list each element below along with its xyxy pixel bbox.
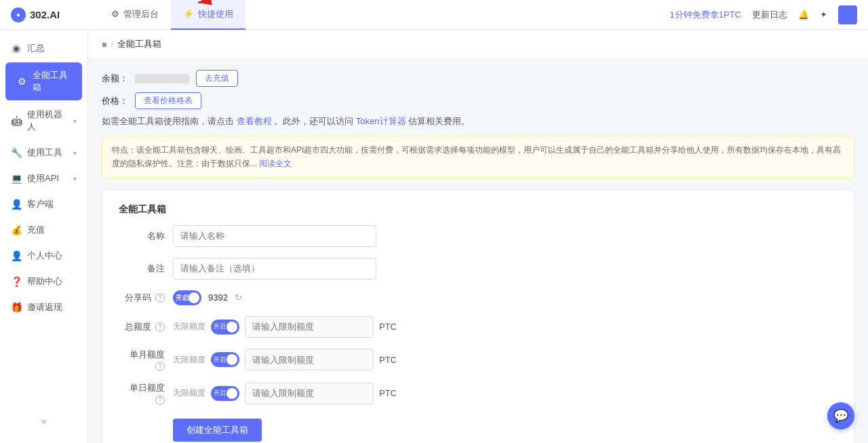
monthly-quota-toggle[interactable]: 开启 bbox=[211, 352, 239, 367]
share-refresh-icon[interactable]: ↻ bbox=[235, 292, 242, 303]
tab-manage[interactable]: ⚙ 管理后台 bbox=[99, 0, 171, 30]
sidebar-item-summary[interactable]: ◉ 汇总 bbox=[0, 35, 87, 61]
nav-right: 1分钟免费拿1PTC 更新日志 🔔 ✦ bbox=[670, 5, 857, 24]
sidebar-item-use-tool[interactable]: 🔧 使用工具 ▾ bbox=[0, 140, 87, 166]
chat-bubble[interactable]: 💬 bbox=[827, 402, 854, 429]
page-content: 余额： 去充值 价格： 查看价格格表 如需全能工具箱使用指南，请点击 查看教程 … bbox=[88, 59, 868, 443]
logo-text: 302.AI bbox=[30, 9, 60, 20]
read-more-link[interactable]: 阅读全文 bbox=[259, 159, 292, 168]
daily-quota-help-icon[interactable]: ? bbox=[155, 396, 165, 405]
sidebar-item-toolbox[interactable]: ⚙ 全能工具箱 bbox=[5, 62, 82, 100]
recharge-icon: 💰 bbox=[11, 225, 22, 235]
notice-box: 特点：该全能工具箱包含聊天、绘画、工具超市和API超市四大功能，按需付费，可根据… bbox=[102, 136, 854, 178]
balance-row: 余额： 去充值 bbox=[102, 70, 854, 87]
breadcrumb-sep: / bbox=[111, 39, 114, 50]
nav-tabs: ⚙ 管理后台 ⚡ 快捷使用 bbox=[99, 0, 245, 30]
daily-quota-unit: PTC bbox=[379, 388, 397, 398]
monthly-quota-row: 单月额度 ? 无限额度 开启 PTC bbox=[119, 349, 837, 372]
price-label: 价格： bbox=[102, 95, 128, 107]
total-quota-controls: 无限额度 开启 PTC bbox=[173, 316, 397, 338]
share-controls: 开启 9392 ↻ bbox=[173, 290, 242, 305]
token-calc-link[interactable]: Token计算器 bbox=[356, 116, 406, 126]
share-toggle-label: 开启 bbox=[176, 293, 188, 302]
invite-icon: 🎁 bbox=[11, 302, 22, 313]
price-row: 价格： 查看价格格表 bbox=[102, 92, 854, 109]
summary-icon: ◉ bbox=[11, 43, 22, 54]
name-label: 名称 bbox=[119, 230, 173, 242]
name-input[interactable] bbox=[173, 225, 376, 247]
profile-icon: 👤 bbox=[11, 250, 22, 261]
toolbox-icon: ⚙ bbox=[16, 76, 27, 87]
content: ■ / 全能工具箱 余额： 去充值 价格： 查看价格格表 如需全能工具箱使用指南… bbox=[88, 30, 868, 443]
tool-icon: 🔧 bbox=[11, 147, 22, 158]
monthly-quota-unlimited-label: 无限额度 bbox=[173, 354, 205, 366]
sidebar-item-invite[interactable]: 🎁 邀请返现 bbox=[0, 294, 87, 320]
help-icon: ❓ bbox=[11, 276, 22, 287]
monthly-quota-controls: 无限额度 开启 PTC bbox=[173, 349, 397, 370]
form-title: 全能工具箱 bbox=[119, 204, 837, 216]
manage-icon: ⚙ bbox=[111, 9, 119, 19]
total-quota-unit: PTC bbox=[379, 322, 397, 332]
collapse-btn[interactable]: ≡ bbox=[0, 411, 87, 432]
breadcrumb-current: 全能工具箱 bbox=[117, 38, 161, 50]
sidebar-item-use-api[interactable]: 💻 使用API ▾ bbox=[0, 166, 87, 191]
tool-arrow: ▾ bbox=[73, 149, 77, 157]
share-toggle-dot bbox=[189, 292, 199, 303]
total-quota-unlimited-label: 无限额度 bbox=[173, 321, 205, 332]
quick-icon: ⚡ bbox=[183, 9, 194, 19]
sidebar-item-customer[interactable]: 👤 客户端 bbox=[0, 191, 87, 217]
logo: ● 302.AI bbox=[11, 7, 99, 22]
share-row: 分享码 ? 开启 9392 ↻ bbox=[119, 290, 837, 305]
sidebar-item-recharge[interactable]: 💰 充值 bbox=[0, 217, 87, 243]
notification-icon[interactable]: 🔔 bbox=[798, 9, 809, 20]
main-layout: ◉ 汇总 ⚙ 全能工具箱 🤖 使用机器人 ▾ 🔧 使用工具 ▾ 💻 使用API … bbox=[0, 30, 868, 443]
robot-arrow: ▾ bbox=[73, 117, 77, 125]
total-quota-toggle[interactable]: 开启 bbox=[211, 320, 239, 334]
customer-icon: 👤 bbox=[11, 199, 22, 210]
robot-icon: 🤖 bbox=[11, 115, 22, 126]
api-icon: 💻 bbox=[11, 173, 22, 184]
top-nav: ● 302.AI ⚙ 管理后台 ⚡ 快捷使用 1分钟免费拿1PTC 更新日志 🔔 bbox=[0, 0, 868, 30]
api-arrow: ▾ bbox=[73, 175, 77, 182]
total-quota-row: 总额度 ? 无限额度 开启 PTC bbox=[119, 316, 837, 338]
note-input[interactable] bbox=[173, 258, 376, 280]
logo-icon: ● bbox=[11, 7, 26, 22]
info-text: 如需全能工具箱使用指南，请点击 查看教程 。此外，还可以访问 Token计算器 … bbox=[102, 115, 854, 129]
daily-quota-input[interactable] bbox=[245, 383, 374, 404]
tab-quick[interactable]: ⚡ 快捷使用 bbox=[171, 0, 245, 30]
share-toggle[interactable]: 开启 bbox=[173, 290, 201, 305]
monthly-quota-input[interactable] bbox=[245, 349, 374, 370]
sidebar-item-profile[interactable]: 👤 个人中心 bbox=[0, 243, 87, 269]
sidebar-item-use-robot[interactable]: 🤖 使用机器人 ▾ bbox=[0, 102, 87, 140]
create-form: 全能工具箱 名称 备注 分享码 ? 开启 bbox=[102, 189, 854, 443]
breadcrumb-home[interactable]: ■ bbox=[102, 39, 107, 50]
share-help-icon[interactable]: ? bbox=[155, 293, 165, 303]
total-quota-label: 总额度 ? bbox=[119, 321, 173, 333]
free-ptc-link[interactable]: 1分钟免费拿1PTC bbox=[670, 9, 741, 21]
notice-text: 特点：该全能工具箱包含聊天、绘画、工具超市和API超市四大功能，按需付费，可根据… bbox=[112, 145, 841, 168]
sidebar-bottom: ≡ bbox=[0, 406, 87, 438]
daily-quota-toggle[interactable]: 开启 bbox=[211, 386, 239, 401]
daily-quota-row: 单日额度 ? 无限额度 开启 PTC bbox=[119, 382, 837, 405]
sidebar: ◉ 汇总 ⚙ 全能工具箱 🤖 使用机器人 ▾ 🔧 使用工具 ▾ 💻 使用API … bbox=[0, 30, 88, 443]
share-code-value: 9392 bbox=[208, 292, 228, 303]
monthly-quota-label: 单月额度 ? bbox=[119, 349, 173, 372]
sidebar-item-help[interactable]: ❓ 帮助中心 bbox=[0, 269, 87, 294]
note-row: 备注 bbox=[119, 258, 837, 280]
settings-icon[interactable]: ✦ bbox=[820, 9, 827, 20]
total-quota-input[interactable] bbox=[245, 316, 374, 338]
monthly-quota-help-icon[interactable]: ? bbox=[155, 362, 165, 371]
recharge-btn[interactable]: 去充值 bbox=[196, 70, 238, 87]
total-quota-help-icon[interactable]: ? bbox=[155, 322, 165, 332]
avatar[interactable] bbox=[838, 5, 857, 24]
balance-bar bbox=[135, 74, 189, 83]
balance-label: 余额： bbox=[102, 73, 128, 85]
changelog-link[interactable]: 更新日志 bbox=[752, 9, 787, 21]
price-btn[interactable]: 查看价格格表 bbox=[135, 92, 201, 109]
create-toolbox-btn[interactable]: 创建全能工具箱 bbox=[173, 419, 262, 442]
breadcrumb: ■ / 全能工具箱 bbox=[88, 30, 868, 59]
daily-quota-label: 单日额度 ? bbox=[119, 382, 173, 405]
tutorial-link[interactable]: 查看教程 bbox=[237, 116, 272, 126]
monthly-quota-unit: PTC bbox=[379, 355, 397, 365]
share-label: 分享码 ? bbox=[119, 292, 173, 304]
